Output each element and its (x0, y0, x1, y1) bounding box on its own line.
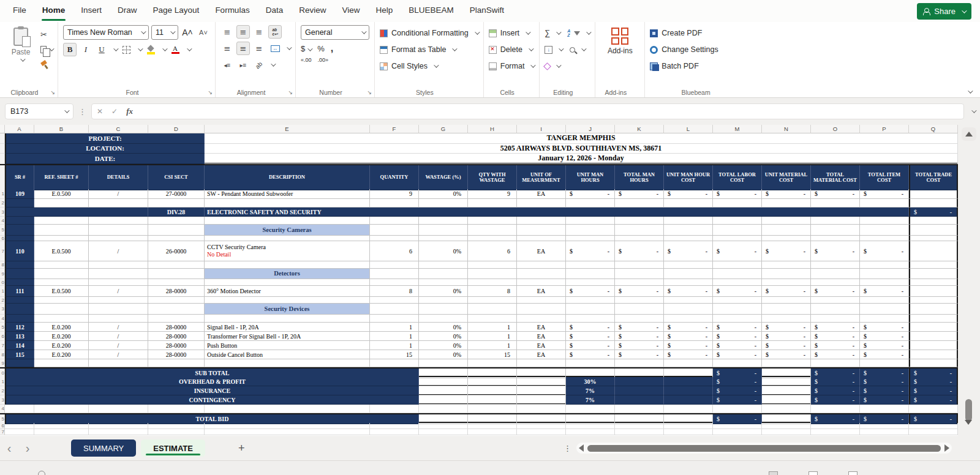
cell-blank[interactable] (34, 236, 89, 241)
table-header-cell[interactable]: SR # (5, 165, 34, 190)
cell-blank[interactable] (762, 359, 811, 367)
cell-blank[interactable] (148, 304, 205, 315)
row-header[interactable]: 7 (0, 341, 5, 350)
row-header[interactable]: 9 (0, 359, 5, 367)
cell-blank[interactable] (860, 217, 909, 225)
cell-blank[interactable] (5, 405, 34, 413)
cell-blank[interactable] (468, 359, 517, 367)
cell-blank[interactable] (468, 269, 517, 279)
column-header-E[interactable]: E (205, 125, 370, 133)
scroll-down-button[interactable] (965, 425, 972, 436)
bold-button[interactable]: B (63, 43, 77, 56)
dialog-launcher-icon[interactable]: ↘ (367, 89, 372, 95)
row-header[interactable] (0, 133, 5, 144)
decrease-decimal-button[interactable]: «.00 (301, 57, 312, 63)
cell-blank[interactable] (370, 359, 419, 367)
cell-quantity[interactable]: 8 (370, 286, 419, 297)
column-header-G[interactable]: G (419, 125, 468, 133)
cell-money[interactable]: $- (811, 350, 860, 359)
cell-blank[interactable] (566, 315, 615, 323)
cell-percent[interactable]: 30% (566, 377, 615, 386)
cell-money[interactable]: $- (713, 332, 762, 341)
cell-blank[interactable] (370, 261, 419, 269)
row-header[interactable]: 2 (0, 386, 5, 395)
table-header-cell[interactable]: CSI SECT (148, 165, 205, 190)
table-header-cell[interactable]: TOTAL TRADE COST (909, 165, 958, 190)
cell-blank[interactable] (615, 377, 664, 386)
cell-blank[interactable] (909, 359, 958, 367)
cell-description[interactable]: Transformer For Signal Bell - 1P, 20A (205, 332, 370, 341)
column-header-P[interactable]: P (860, 125, 909, 133)
cell-money[interactable]: $- (811, 286, 860, 297)
underline-button[interactable]: U (95, 43, 108, 56)
cell-blank[interactable] (419, 304, 468, 315)
cell-money[interactable]: $- (664, 341, 713, 350)
sort-filter-button[interactable]: AZ (567, 27, 590, 39)
cell-money[interactable]: $- (811, 323, 860, 332)
increase-decimal-button[interactable]: .00» (318, 57, 329, 63)
cell-blank[interactable] (517, 395, 566, 405)
cell-money[interactable]: $- (713, 241, 762, 261)
cell-blank[interactable] (909, 315, 958, 323)
cell-blank[interactable] (713, 297, 762, 304)
tab-splitter-handle[interactable]: ⋮ (564, 444, 571, 453)
cell-blank[interactable] (419, 217, 468, 225)
cell-money[interactable]: $- (811, 341, 860, 350)
row-header[interactable]: 0 (0, 279, 5, 286)
column-header-K[interactable]: K (615, 125, 664, 133)
table-header-cell[interactable]: TOTAL LABOR COST (713, 165, 762, 190)
cell-blank[interactable] (468, 217, 517, 225)
cell-blank[interactable] (205, 359, 370, 367)
cell-blank[interactable] (5, 359, 34, 367)
cell-blank[interactable] (811, 405, 860, 413)
cell-blank[interactable] (419, 279, 468, 286)
dialog-launcher-icon[interactable]: ↘ (50, 89, 55, 95)
cell-sr[interactable]: 113 (5, 332, 34, 341)
align-right-button[interactable]: ≡ (252, 42, 266, 55)
cell-blank[interactable] (615, 429, 664, 435)
cell-blank[interactable] (860, 423, 909, 429)
expand-formula-bar-icon[interactable] (971, 108, 976, 113)
cell-blank[interactable] (370, 304, 419, 315)
cell-ref[interactable]: E.0.500 (34, 286, 89, 297)
cell-blank[interactable] (34, 217, 89, 225)
cell-qty-wastage[interactable]: 6 (468, 241, 517, 261)
cell-blank[interactable] (419, 359, 468, 367)
cell-blank[interactable] (517, 377, 566, 386)
row-header[interactable]: 7 (0, 241, 5, 261)
cell-money[interactable]: $- (811, 241, 860, 261)
cell-blank[interactable] (89, 269, 148, 279)
cell-details[interactable]: / (89, 350, 148, 359)
cell-blank[interactable] (517, 269, 566, 279)
chevron-down-icon[interactable] (287, 45, 292, 50)
cell-blank[interactable] (860, 315, 909, 323)
cell-blank[interactable] (5, 423, 34, 429)
cell-blank[interactable] (148, 225, 205, 236)
align-center-button[interactable]: ≡ (236, 42, 250, 55)
cell-money[interactable]: $- (713, 341, 762, 350)
cell-blank[interactable] (205, 236, 370, 241)
cell-blank[interactable] (566, 199, 615, 208)
table-header-cell[interactable]: UNIT OF MEASURMENT (517, 165, 566, 190)
cell-percent[interactable]: 7% (566, 386, 615, 395)
cell-trade-cost[interactable] (909, 189, 958, 199)
bluebeam-create-pdf[interactable]: Create PDF (650, 27, 718, 39)
cell-blank[interactable] (419, 261, 468, 269)
fill-button[interactable]: ↓ (545, 43, 562, 56)
row-header[interactable] (0, 154, 5, 164)
cell-blank[interactable] (419, 405, 468, 413)
cell-blank[interactable] (517, 199, 566, 208)
paste-button[interactable]: Paste (5, 25, 37, 86)
cell-blank[interactable] (205, 297, 370, 304)
page-break-view-button[interactable] (848, 471, 858, 475)
cell-blank[interactable] (909, 269, 958, 279)
cell-blank[interactable] (517, 217, 566, 225)
cell-blank[interactable] (34, 225, 89, 236)
cell-qty-wastage[interactable]: 8 (468, 286, 517, 297)
cell-blank[interactable] (762, 236, 811, 241)
cell-money[interactable]: $- (811, 377, 860, 386)
cell-money[interactable]: $- (860, 350, 909, 359)
cell-blank[interactable] (468, 405, 517, 413)
cell-title-value[interactable]: January 12, 2026 - Monday (205, 154, 958, 164)
menu-tab-formulas[interactable]: Formulas (207, 0, 257, 22)
